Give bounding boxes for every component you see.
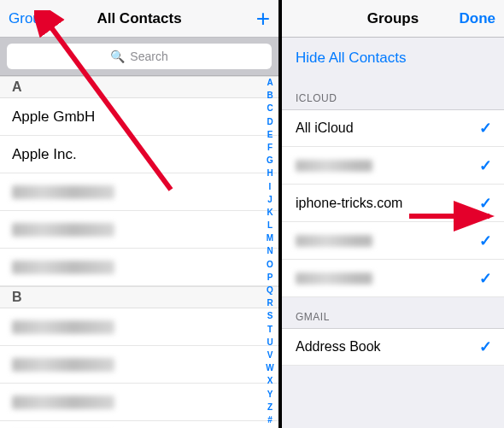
index-letter[interactable]: R (267, 299, 273, 308)
group-row[interactable]: ✓ (282, 222, 504, 260)
add-contact-button[interactable]: + (256, 7, 270, 31)
search-placeholder: Search (130, 50, 167, 63)
search-input[interactable]: 🔍 Search (7, 44, 272, 69)
group-row[interactable]: All iCloud✓ (282, 109, 504, 147)
contact-name: Apple GmbH (12, 108, 95, 126)
checkmark-icon: ✓ (479, 232, 492, 250)
index-letter[interactable]: T (267, 325, 273, 334)
group-name-redacted (296, 160, 372, 172)
contact-row[interactable] (0, 346, 278, 384)
contacts-title: All Contacts (68, 10, 210, 27)
contact-row[interactable] (0, 173, 278, 211)
index-letter[interactable]: Z (267, 403, 273, 412)
contact-row[interactable]: Apple Inc. (0, 136, 278, 173)
group-name: iphone-tricks.com (296, 196, 402, 211)
checkmark-icon: ✓ (479, 337, 492, 356)
index-letter[interactable]: K (267, 208, 273, 217)
section-header: B (0, 286, 278, 308)
groups-pane: Groups Done Hide All Contacts ICLOUDAll … (282, 0, 504, 428)
alphabet-index[interactable]: ABCDEFGHIJKLMNOPQRSTUVWXYZ# (263, 79, 277, 425)
contact-row[interactable] (0, 211, 278, 249)
hide-all-contacts-button[interactable]: Hide All Contacts (282, 38, 504, 79)
index-letter[interactable]: N (267, 247, 273, 255)
checkmark-icon: ✓ (479, 119, 492, 138)
index-letter[interactable]: I (269, 183, 272, 191)
group-name-redacted (296, 235, 372, 247)
contact-row[interactable] (0, 308, 278, 346)
groups-body: Hide All Contacts ICLOUDAll iCloud✓✓ipho… (282, 38, 504, 428)
groups-navbar: Groups Done (282, 0, 504, 38)
group-row[interactable]: iphone-tricks.com✓ (282, 185, 504, 222)
index-letter[interactable]: M (267, 234, 273, 243)
index-letter[interactable]: A (267, 79, 273, 87)
contact-row[interactable] (0, 249, 278, 286)
done-button[interactable]: Done (460, 10, 496, 27)
index-letter[interactable]: U (267, 338, 273, 347)
group-row[interactable]: Address Book✓ (282, 328, 504, 366)
index-letter[interactable]: # (267, 416, 273, 425)
index-letter[interactable]: E (267, 131, 273, 139)
contact-row[interactable]: Apple GmbH (0, 98, 278, 136)
index-letter[interactable]: H (267, 169, 273, 178)
checkmark-icon: ✓ (479, 269, 492, 288)
checkmark-icon: ✓ (479, 194, 492, 213)
contact-name-redacted (12, 358, 114, 372)
index-letter[interactable]: L (267, 221, 273, 230)
group-section-label: ICLOUD (282, 79, 504, 109)
groups-button[interactable]: Groups (9, 10, 56, 27)
contact-name-redacted (12, 261, 114, 274)
index-letter[interactable]: S (267, 312, 273, 320)
group-name: Address Book (296, 339, 381, 355)
contact-row[interactable] (0, 421, 278, 428)
index-letter[interactable]: F (267, 144, 273, 152)
groups-title: Groups (350, 10, 436, 27)
contact-name-redacted (12, 320, 114, 334)
search-icon: 🔍 (110, 50, 125, 63)
index-letter[interactable]: Y (267, 390, 273, 399)
index-letter[interactable]: P (267, 273, 273, 282)
index-letter[interactable]: V (267, 351, 273, 360)
group-name: All iCloud (296, 120, 354, 136)
contacts-pane: Groups All Contacts + 🔍 Search AApple Gm… (0, 0, 278, 428)
index-letter[interactable]: D (267, 118, 273, 126)
index-letter[interactable]: C (267, 104, 273, 113)
contact-row[interactable] (0, 384, 278, 421)
contact-name-redacted (12, 223, 114, 237)
contacts-navbar: Groups All Contacts + (0, 0, 278, 38)
group-row[interactable]: ✓ (282, 260, 504, 297)
index-letter[interactable]: B (267, 91, 273, 100)
index-letter[interactable]: J (267, 196, 273, 204)
index-letter[interactable]: Q (267, 286, 273, 295)
index-letter[interactable]: W (266, 364, 273, 372)
searchbar-container: 🔍 Search (0, 38, 278, 76)
contact-name-redacted (12, 396, 114, 409)
index-letter[interactable]: O (267, 261, 273, 269)
group-row[interactable]: ✓ (282, 147, 504, 185)
group-name-redacted (296, 273, 372, 284)
section-header: A (0, 76, 278, 98)
contact-name-redacted (12, 185, 114, 199)
group-section-label: GMAIL (282, 297, 504, 328)
contacts-list[interactable]: AApple GmbHApple Inc.B (0, 76, 278, 428)
index-letter[interactable]: G (267, 156, 273, 165)
contact-name: Apple Inc. (12, 146, 77, 163)
checkmark-icon: ✓ (479, 156, 492, 175)
index-letter[interactable]: X (267, 377, 273, 385)
